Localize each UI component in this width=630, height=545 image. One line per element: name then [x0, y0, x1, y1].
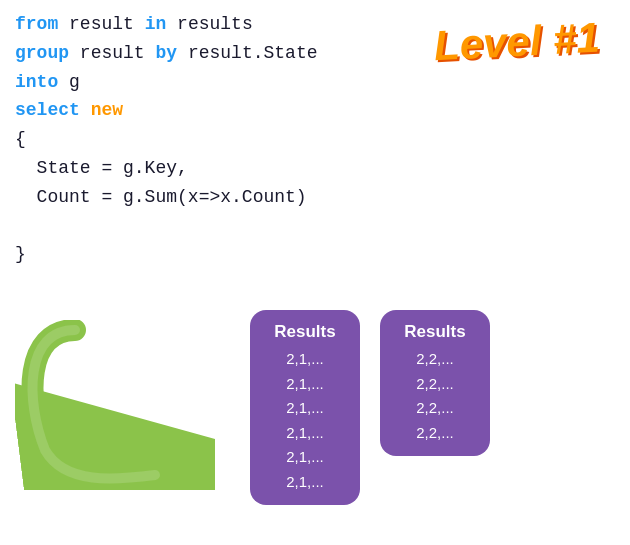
card-1-row-4: 2,1,...	[286, 422, 324, 445]
code-line-1: from result in results	[15, 10, 318, 39]
card-2-row-1: 2,2,...	[416, 348, 454, 371]
card-1-title: Results	[274, 322, 335, 342]
card-1-row-3: 2,1,...	[286, 397, 324, 420]
code-line-9: }	[15, 240, 318, 269]
code-line-2: group result by result.State	[15, 39, 318, 68]
code-line-4: select new	[15, 96, 318, 125]
card-2-row-2: 2,2,...	[416, 373, 454, 396]
card-1-row-6: 2,1,...	[286, 471, 324, 494]
code-block: from result in results group result by r…	[15, 10, 318, 269]
card-1-row-2: 2,1,...	[286, 373, 324, 396]
card-2-title: Results	[404, 322, 465, 342]
card-1-row-1: 2,1,...	[286, 348, 324, 371]
level-badge: Level #1	[433, 14, 601, 71]
code-line-3: into g	[15, 68, 318, 97]
keyword-from: from	[15, 14, 58, 34]
card-2-row-3: 2,2,...	[416, 397, 454, 420]
arrow-container	[15, 320, 215, 490]
code-line-5: {	[15, 125, 318, 154]
card-2-row-4: 2,2,...	[416, 422, 454, 445]
keyword-select: select	[15, 100, 80, 120]
arrow-svg	[15, 320, 215, 490]
card-1-row-5: 2,1,...	[286, 446, 324, 469]
keyword-group: group	[15, 43, 69, 63]
code-line-8	[15, 212, 318, 241]
code-line-7: Count = g.Sum(x=>x.Count)	[15, 183, 318, 212]
result-card-2: Results 2,2,... 2,2,... 2,2,... 2,2,...	[380, 310, 490, 456]
keyword-into: into	[15, 72, 58, 92]
code-line-6: State = g.Key,	[15, 154, 318, 183]
result-card-1: Results 2,1,... 2,1,... 2,1,... 2,1,... …	[250, 310, 360, 505]
cards-container: Results 2,1,... 2,1,... 2,1,... 2,1,... …	[250, 310, 490, 505]
